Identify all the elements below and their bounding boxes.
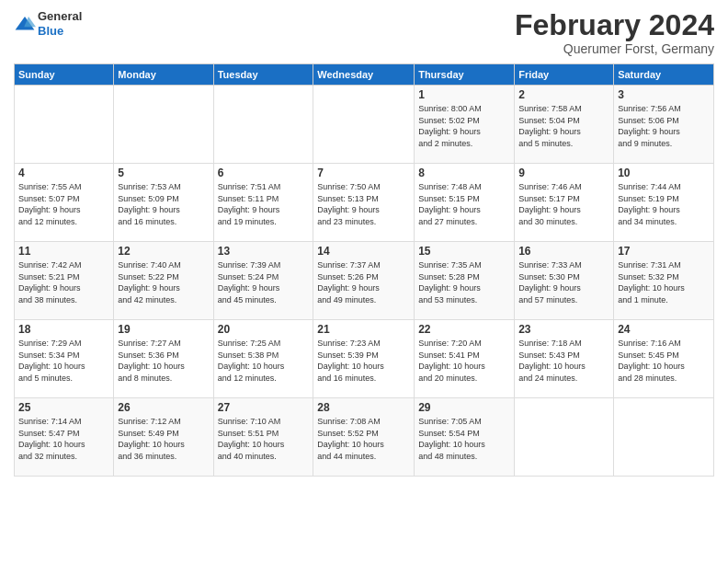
day-number: 22 xyxy=(418,323,510,336)
calendar-cell: 1Sunrise: 8:00 AM Sunset: 5:02 PM Daylig… xyxy=(415,86,515,164)
day-info: Sunrise: 7:56 AM Sunset: 5:06 PM Dayligh… xyxy=(618,103,710,149)
week-row-4: 25Sunrise: 7:14 AM Sunset: 5:47 PM Dayli… xyxy=(15,398,714,477)
calendar-cell: 9Sunrise: 7:46 AM Sunset: 5:17 PM Daylig… xyxy=(515,164,614,242)
calendar-cell xyxy=(313,86,415,164)
day-number: 23 xyxy=(518,323,609,336)
calendar-header: SundayMondayTuesdayWednesdayThursdayFrid… xyxy=(15,64,714,86)
logo: General Blue xyxy=(14,9,82,38)
day-info: Sunrise: 7:48 AM Sunset: 5:15 PM Dayligh… xyxy=(418,181,510,227)
calendar-cell: 12Sunrise: 7:40 AM Sunset: 5:22 PM Dayli… xyxy=(114,242,213,320)
day-number: 14 xyxy=(317,245,410,258)
day-number: 28 xyxy=(317,401,410,414)
day-number: 15 xyxy=(418,245,510,258)
calendar-cell: 29Sunrise: 7:05 AM Sunset: 5:54 PM Dayli… xyxy=(415,398,515,477)
day-number: 25 xyxy=(18,401,109,414)
day-info: Sunrise: 7:39 AM Sunset: 5:24 PM Dayligh… xyxy=(218,259,310,305)
day-info: Sunrise: 7:53 AM Sunset: 5:09 PM Dayligh… xyxy=(118,181,209,227)
day-info: Sunrise: 8:00 AM Sunset: 5:02 PM Dayligh… xyxy=(418,103,510,149)
calendar-cell: 3Sunrise: 7:56 AM Sunset: 5:06 PM Daylig… xyxy=(614,86,714,164)
day-header-saturday: Saturday xyxy=(614,64,714,86)
calendar-cell: 27Sunrise: 7:10 AM Sunset: 5:51 PM Dayli… xyxy=(213,398,313,477)
calendar-cell: 22Sunrise: 7:20 AM Sunset: 5:41 PM Dayli… xyxy=(415,320,515,398)
day-number: 29 xyxy=(418,401,510,414)
calendar-cell: 28Sunrise: 7:08 AM Sunset: 5:52 PM Dayli… xyxy=(313,398,415,477)
page: General Blue February 2024 Querumer Fors… xyxy=(0,0,728,563)
day-header-wednesday: Wednesday xyxy=(313,64,415,86)
day-info: Sunrise: 7:42 AM Sunset: 5:21 PM Dayligh… xyxy=(18,259,109,305)
calendar-cell: 17Sunrise: 7:31 AM Sunset: 5:32 PM Dayli… xyxy=(614,242,714,320)
subtitle: Querumer Forst, Germany xyxy=(515,41,714,56)
calendar-cell: 24Sunrise: 7:16 AM Sunset: 5:45 PM Dayli… xyxy=(614,320,714,398)
day-number: 5 xyxy=(118,167,209,179)
calendar-cell xyxy=(515,398,614,477)
calendar-cell: 8Sunrise: 7:48 AM Sunset: 5:15 PM Daylig… xyxy=(415,164,515,242)
day-info: Sunrise: 7:27 AM Sunset: 5:36 PM Dayligh… xyxy=(118,338,209,384)
week-row-3: 18Sunrise: 7:29 AM Sunset: 5:34 PM Dayli… xyxy=(15,320,714,398)
day-info: Sunrise: 7:37 AM Sunset: 5:26 PM Dayligh… xyxy=(317,259,410,305)
calendar-cell xyxy=(114,86,213,164)
calendar-cell: 20Sunrise: 7:25 AM Sunset: 5:38 PM Dayli… xyxy=(213,320,313,398)
week-row-2: 11Sunrise: 7:42 AM Sunset: 5:21 PM Dayli… xyxy=(15,242,714,320)
day-info: Sunrise: 7:25 AM Sunset: 5:38 PM Dayligh… xyxy=(218,338,310,384)
day-info: Sunrise: 7:50 AM Sunset: 5:13 PM Dayligh… xyxy=(317,181,410,227)
day-info: Sunrise: 7:23 AM Sunset: 5:39 PM Dayligh… xyxy=(317,338,410,384)
day-number: 2 xyxy=(518,88,609,101)
calendar-table: SundayMondayTuesdayWednesdayThursdayFrid… xyxy=(14,63,714,477)
day-number: 13 xyxy=(218,245,310,258)
calendar-cell xyxy=(614,398,714,477)
calendar-cell: 13Sunrise: 7:39 AM Sunset: 5:24 PM Dayli… xyxy=(213,242,313,320)
day-info: Sunrise: 7:16 AM Sunset: 5:45 PM Dayligh… xyxy=(618,338,710,384)
day-info: Sunrise: 7:40 AM Sunset: 5:22 PM Dayligh… xyxy=(118,259,209,305)
title-block: February 2024 Querumer Forst, Germany xyxy=(515,9,714,56)
day-header-sunday: Sunday xyxy=(15,64,114,86)
calendar-cell: 6Sunrise: 7:51 AM Sunset: 5:11 PM Daylig… xyxy=(213,164,313,242)
day-info: Sunrise: 7:14 AM Sunset: 5:47 PM Dayligh… xyxy=(18,416,109,462)
calendar-cell: 16Sunrise: 7:33 AM Sunset: 5:30 PM Dayli… xyxy=(515,242,614,320)
day-number: 21 xyxy=(317,323,410,336)
day-info: Sunrise: 7:58 AM Sunset: 5:04 PM Dayligh… xyxy=(518,103,609,149)
day-info: Sunrise: 7:29 AM Sunset: 5:34 PM Dayligh… xyxy=(18,338,109,384)
day-info: Sunrise: 7:10 AM Sunset: 5:51 PM Dayligh… xyxy=(218,416,310,462)
calendar-cell xyxy=(15,86,114,164)
day-info: Sunrise: 7:08 AM Sunset: 5:52 PM Dayligh… xyxy=(317,416,410,462)
main-title: February 2024 xyxy=(515,9,714,41)
calendar-cell: 25Sunrise: 7:14 AM Sunset: 5:47 PM Dayli… xyxy=(15,398,114,477)
calendar-cell: 18Sunrise: 7:29 AM Sunset: 5:34 PM Dayli… xyxy=(15,320,114,398)
calendar-cell: 5Sunrise: 7:53 AM Sunset: 5:09 PM Daylig… xyxy=(114,164,213,242)
day-number: 6 xyxy=(218,167,310,179)
day-number: 8 xyxy=(418,167,510,179)
calendar-cell: 23Sunrise: 7:18 AM Sunset: 5:43 PM Dayli… xyxy=(515,320,614,398)
calendar-cell: 11Sunrise: 7:42 AM Sunset: 5:21 PM Dayli… xyxy=(15,242,114,320)
day-number: 7 xyxy=(317,167,410,179)
calendar-cell: 14Sunrise: 7:37 AM Sunset: 5:26 PM Dayli… xyxy=(313,242,415,320)
day-number: 17 xyxy=(618,245,710,258)
calendar-cell: 4Sunrise: 7:55 AM Sunset: 5:07 PM Daylig… xyxy=(15,164,114,242)
day-number: 16 xyxy=(518,245,609,258)
day-number: 1 xyxy=(418,88,510,101)
calendar-cell: 21Sunrise: 7:23 AM Sunset: 5:39 PM Dayli… xyxy=(313,320,415,398)
calendar-cell: 7Sunrise: 7:50 AM Sunset: 5:13 PM Daylig… xyxy=(313,164,415,242)
day-header-tuesday: Tuesday xyxy=(213,64,313,86)
day-info: Sunrise: 7:31 AM Sunset: 5:32 PM Dayligh… xyxy=(618,259,710,305)
day-info: Sunrise: 7:12 AM Sunset: 5:49 PM Dayligh… xyxy=(118,416,209,462)
day-info: Sunrise: 7:55 AM Sunset: 5:07 PM Dayligh… xyxy=(18,181,109,227)
day-number: 12 xyxy=(118,245,209,258)
day-number: 24 xyxy=(618,323,710,336)
day-info: Sunrise: 7:05 AM Sunset: 5:54 PM Dayligh… xyxy=(418,416,510,462)
day-number: 10 xyxy=(618,167,710,179)
logo-text: General Blue xyxy=(38,9,82,38)
day-number: 20 xyxy=(218,323,310,336)
day-info: Sunrise: 7:46 AM Sunset: 5:17 PM Dayligh… xyxy=(518,181,609,227)
day-info: Sunrise: 7:33 AM Sunset: 5:30 PM Dayligh… xyxy=(518,259,609,305)
day-info: Sunrise: 7:51 AM Sunset: 5:11 PM Dayligh… xyxy=(218,181,310,227)
calendar-cell xyxy=(213,86,313,164)
day-number: 9 xyxy=(518,167,609,179)
day-number: 19 xyxy=(118,323,209,336)
day-header-friday: Friday xyxy=(515,64,614,86)
calendar-cell: 15Sunrise: 7:35 AM Sunset: 5:28 PM Dayli… xyxy=(415,242,515,320)
day-header-monday: Monday xyxy=(114,64,213,86)
day-number: 3 xyxy=(618,88,710,101)
week-row-1: 4Sunrise: 7:55 AM Sunset: 5:07 PM Daylig… xyxy=(15,164,714,242)
day-number: 11 xyxy=(18,245,109,258)
calendar-cell: 2Sunrise: 7:58 AM Sunset: 5:04 PM Daylig… xyxy=(515,86,614,164)
